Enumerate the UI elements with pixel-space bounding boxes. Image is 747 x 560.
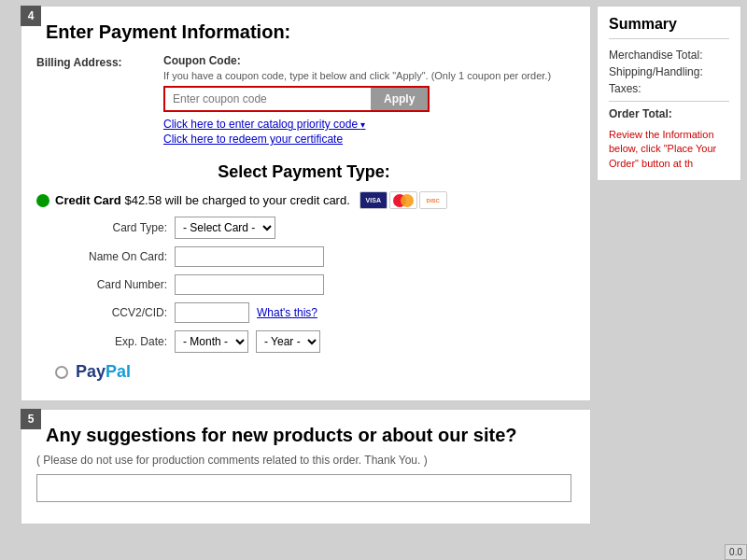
suggestions-section: 5 Any suggestions for new products or ab… <box>21 409 591 525</box>
order-total-row: Order Total: <box>609 107 729 120</box>
suggestions-title: Any suggestions for new products or abou… <box>46 425 571 446</box>
billing-address-label: Billing Address: <box>36 56 122 69</box>
credit-card-label: Credit Card $42.58 will be charged to yo… <box>55 193 350 207</box>
scroll-indicator: 0.0 <box>725 544 747 560</box>
exp-month-select[interactable]: - Month - <box>175 330 248 353</box>
card-type-label: Card Type: <box>74 221 167 234</box>
discover-icon: DISC <box>419 191 447 209</box>
visa-icon: VISA <box>359 191 388 209</box>
credit-card-charge-text: $42.58 will be charged to your credit ca… <box>124 193 349 207</box>
ccv-input[interactable] <box>175 302 249 323</box>
taxes-row: Taxes: <box>609 82 729 95</box>
payment-section: 4 Enter Payment Information: Billing Add… <box>21 6 591 401</box>
exp-date-label: Exp. Date: <box>74 335 167 348</box>
payment-section-title: Enter Payment Information: <box>46 21 571 43</box>
svg-point-1 <box>401 194 414 207</box>
taxes-label: Taxes: <box>609 82 641 95</box>
card-form: Card Type: - Select Card - Name On Card:… <box>74 217 571 353</box>
coupon-hint: If you have a coupon code, type it below… <box>163 70 571 81</box>
credit-card-option: Credit Card $42.58 will be charged to yo… <box>36 191 571 353</box>
coupon-input-container: Apply <box>163 86 430 112</box>
name-on-card-input[interactable] <box>175 246 324 267</box>
name-on-card-label: Name On Card: <box>74 250 167 263</box>
whats-this-link[interactable]: What's this? <box>257 306 317 319</box>
card-icons: VISA DISC <box>359 191 447 209</box>
card-number-label: Card Number: <box>74 278 167 291</box>
paypal-option: PayPal <box>55 362 571 382</box>
coupon-links: Click here to enter catalog priority cod… <box>163 118 571 146</box>
section-4-number: 4 <box>21 6 41 26</box>
shipping-row: Shipping/Handling: <box>609 65 729 78</box>
coupon-code-input[interactable] <box>165 88 371 110</box>
coupon-label: Coupon Code: <box>163 54 571 67</box>
summary-divider <box>609 101 729 102</box>
card-number-row: Card Number: <box>74 274 571 295</box>
paypal-logo: PayPal <box>76 362 131 382</box>
coupon-apply-button[interactable]: Apply <box>371 88 428 110</box>
suggestions-textarea[interactable] <box>36 474 571 502</box>
merchandise-total-label: Merchandise Total: <box>609 49 703 62</box>
credit-card-radio[interactable] <box>36 194 49 207</box>
catalog-priority-link[interactable]: Click here to enter catalog priority cod… <box>163 118 571 131</box>
summary-title: Summary <box>609 16 729 39</box>
paypal-pay-text: Pay <box>76 362 106 382</box>
ccv-row: CCV2/CID: What's this? <box>74 302 571 323</box>
section-5-number: 5 <box>21 409 41 429</box>
exp-date-row: Exp. Date: - Month - - Year - <box>74 330 571 353</box>
paypal-pal-text: Pal <box>106 362 131 382</box>
exp-year-select[interactable]: - Year - <box>256 330 320 353</box>
suggestions-hint: ( Please do not use for production comme… <box>36 454 571 467</box>
payment-type-title: Select Payment Type: <box>36 162 571 182</box>
order-summary: Summary Merchandise Total: Shipping/Hand… <box>597 6 741 181</box>
card-number-input[interactable] <box>175 274 324 295</box>
name-on-card-row: Name On Card: <box>74 246 571 267</box>
ccv-label: CCV2/CID: <box>74 306 167 319</box>
chevron-down-icon: ▾ <box>360 119 365 130</box>
order-total-label: Order Total: <box>609 107 672 120</box>
merchandise-total-row: Merchandise Total: <box>609 49 729 62</box>
review-notice: Review the Information below, click "Pla… <box>609 128 729 171</box>
shipping-label: Shipping/Handling: <box>609 65 703 78</box>
mastercard-icon <box>389 191 417 209</box>
card-type-select[interactable]: - Select Card - <box>175 217 275 239</box>
redeem-certificate-link[interactable]: Click here to redeem your certificate <box>163 133 571 146</box>
card-type-row: Card Type: - Select Card - <box>74 217 571 239</box>
paypal-radio[interactable] <box>55 366 68 379</box>
